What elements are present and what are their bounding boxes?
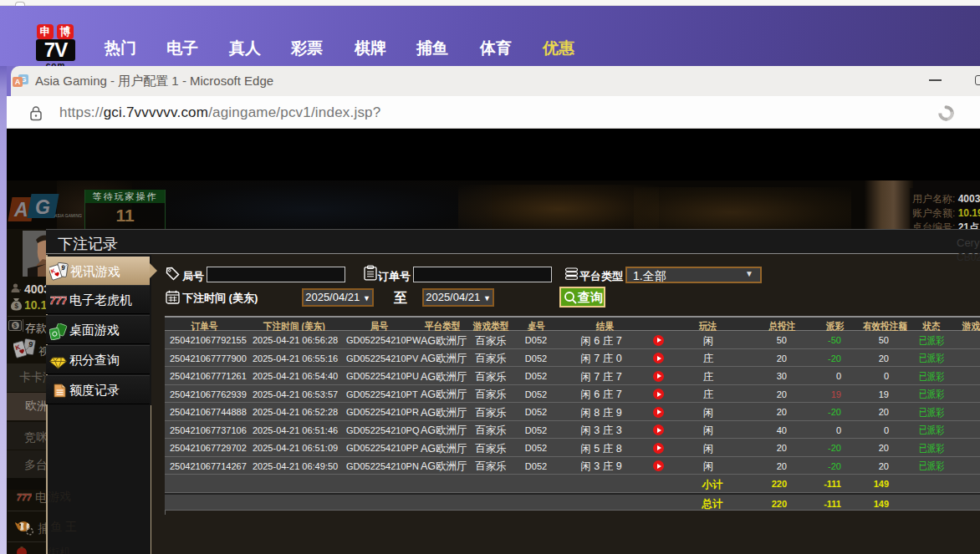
svg-text:*: * [19,288,22,293]
svg-text:777: 777 [50,294,67,306]
svg-text:$: $ [14,302,18,310]
svg-text:777: 777 [17,492,32,502]
